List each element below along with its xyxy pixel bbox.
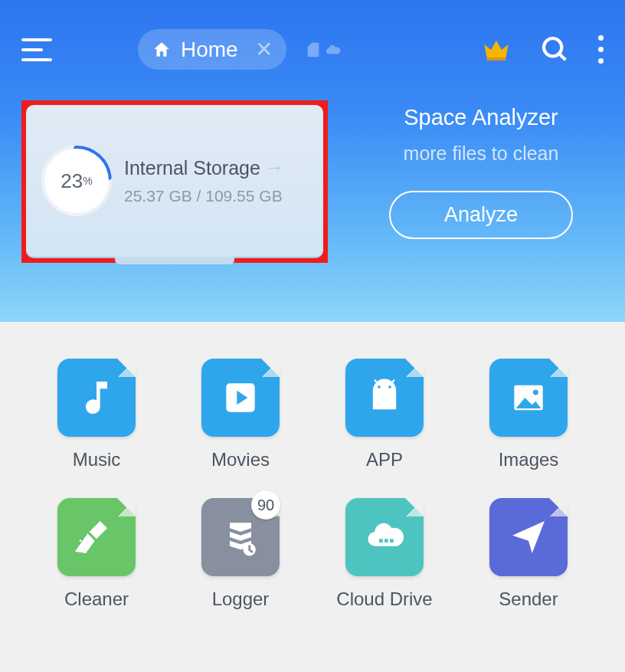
chevron-right-icon: → xyxy=(267,158,283,178)
cloud-mini-icon xyxy=(325,41,342,58)
send-icon xyxy=(489,498,568,576)
analyzer-subtext: more files to clean xyxy=(404,143,559,165)
category-label-movies: Movies xyxy=(211,449,270,470)
crown-icon[interactable] xyxy=(480,34,512,66)
category-logger[interactable]: 90 Logger xyxy=(184,498,297,610)
more-menu-icon[interactable] xyxy=(598,35,604,64)
category-app[interactable]: APP xyxy=(328,359,441,470)
movie-icon xyxy=(201,359,280,437)
svg-rect-13 xyxy=(384,539,388,543)
analyze-button[interactable]: Analyze xyxy=(389,191,573,239)
storage-title: Internal Storage xyxy=(124,157,260,179)
svg-point-8 xyxy=(533,390,538,395)
svg-point-10 xyxy=(80,539,82,542)
sd-card-icon xyxy=(305,41,322,58)
storage-text: Internal Storage → 25.37 GB / 109.55 GB xyxy=(124,157,283,205)
svg-line-1 xyxy=(559,54,565,60)
home-icon xyxy=(152,40,172,60)
svg-point-6 xyxy=(388,385,391,388)
broom-icon xyxy=(57,498,136,576)
svg-point-0 xyxy=(544,38,561,56)
category-cleaner[interactable]: Cleaner xyxy=(40,498,153,610)
image-icon xyxy=(489,359,568,437)
category-label-cloud-drive: Cloud Drive xyxy=(336,588,432,610)
category-label-sender: Sender xyxy=(499,588,558,610)
storage-progress-ring: 23% xyxy=(38,143,115,219)
internal-storage-card[interactable]: 23% Internal Storage → 25.37 GB / 109.55… xyxy=(26,105,323,258)
android-icon xyxy=(345,359,424,437)
storage-usage: 25.37 GB / 109.55 GB xyxy=(124,187,283,205)
category-label-music: Music xyxy=(73,449,121,470)
menu-button[interactable] xyxy=(21,31,58,68)
category-label-app: APP xyxy=(366,449,403,470)
music-icon xyxy=(57,359,136,437)
category-label-images: Images xyxy=(499,449,559,470)
toolbar-right xyxy=(480,34,604,66)
svg-point-9 xyxy=(83,545,86,548)
close-tab-icon[interactable]: ✕ xyxy=(255,37,273,62)
category-images[interactable]: Images xyxy=(472,359,585,470)
category-label-logger: Logger xyxy=(212,588,270,610)
badge-logger: 90 xyxy=(251,490,280,520)
category-grid: Music Movies APP Images Cleaner xyxy=(0,322,625,647)
cloud-icon xyxy=(345,498,424,576)
search-icon[interactable] xyxy=(540,34,571,65)
category-cloud-drive[interactable]: Cloud Drive xyxy=(328,498,441,610)
storage-percent-symbol: % xyxy=(83,175,92,187)
svg-point-5 xyxy=(378,385,381,388)
toolbar: Home ✕ xyxy=(0,0,625,88)
hero-row: 23% Internal Storage → 25.37 GB / 109.55… xyxy=(0,88,625,263)
background-tab-icons[interactable] xyxy=(305,41,342,58)
analyzer-heading: Space Analyzer xyxy=(404,105,558,130)
svg-rect-14 xyxy=(390,539,394,543)
space-analyzer-panel: Space Analyzer more files to clean Analy… xyxy=(358,100,604,263)
top-section: Home ✕ 23% xyxy=(0,0,625,322)
storage-percent-value: 23 xyxy=(61,169,83,193)
category-movies[interactable]: Movies xyxy=(184,359,297,470)
home-tab[interactable]: Home ✕ xyxy=(138,29,286,70)
svg-rect-12 xyxy=(379,539,383,543)
storage-card-highlight: 23% Internal Storage → 25.37 GB / 109.55… xyxy=(21,100,328,263)
category-label-cleaner: Cleaner xyxy=(64,588,129,610)
category-music[interactable]: Music xyxy=(40,359,153,470)
home-tab-label: Home xyxy=(181,38,238,62)
category-sender[interactable]: Sender xyxy=(472,498,585,610)
